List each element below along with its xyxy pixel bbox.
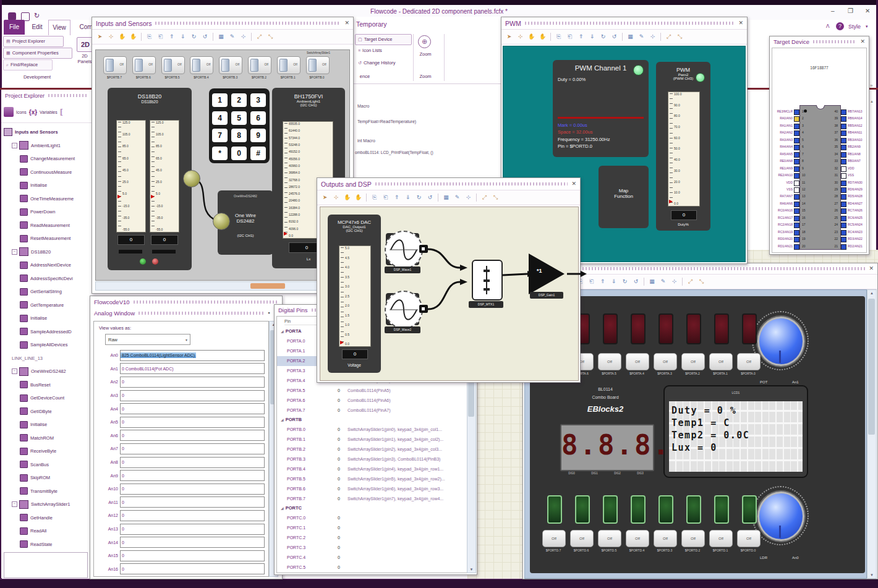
tree-item[interactable]: Initialise xyxy=(1,418,92,432)
porta-button[interactable]: Off xyxy=(598,353,621,370)
copy-icon[interactable]: ⎘ xyxy=(370,193,379,202)
scroll-down-icon[interactable]: ▼ xyxy=(467,568,475,571)
tab-view[interactable]: View xyxy=(48,20,70,35)
snap-icon[interactable]: ⊹ xyxy=(239,32,248,41)
switch-handle[interactable] xyxy=(309,59,317,72)
close-icon[interactable]: ✕ xyxy=(571,181,576,187)
tree-item[interactable]: ResetMeasurement xyxy=(1,232,92,245)
tree-item[interactable]: GetDeviceCount xyxy=(1,391,92,405)
digital-pin-row[interactable]: PORTB.40SwitchArraySlider1(pin4), keypad… xyxy=(277,464,467,474)
tree-item[interactable]: BusReset xyxy=(1,378,92,392)
drag-dots[interactable] xyxy=(155,22,341,25)
analog-value-field[interactable]: 0 xyxy=(120,470,265,481)
tree-item[interactable]: Initialise xyxy=(1,312,92,325)
edit-icon[interactable]: ✎ xyxy=(637,32,646,41)
scroll-up-icon[interactable]: ▲ xyxy=(867,291,876,295)
switch-handle[interactable] xyxy=(279,59,288,72)
snap-icon[interactable]: ⊹ xyxy=(648,32,657,41)
digital-pin-row[interactable]: PORTC.00 xyxy=(277,513,467,523)
rotate-ccw-icon[interactable]: ↺ xyxy=(631,277,641,286)
analog-value-field[interactable]: 0 xyxy=(120,403,265,414)
digital-pin-row[interactable]: PORTA.70ComboBL0114(PinA7) xyxy=(277,405,467,415)
macros-icon[interactable]: ⟦ xyxy=(60,108,63,116)
tree-item[interactable]: –OneWireDS2482 xyxy=(1,365,92,378)
shrink-icon[interactable]: ⤡ xyxy=(266,32,275,41)
digital-pin-row[interactable]: PORTA.50ComboBL0114(PinA5) xyxy=(277,385,467,395)
tree-item[interactable]: AddressNextDevice xyxy=(1,258,92,272)
switch-handle[interactable] xyxy=(106,59,114,72)
pan-icon[interactable]: ✋ xyxy=(527,32,536,41)
tree-item[interactable]: GetHandle xyxy=(1,511,92,525)
tree-item[interactable]: ReadState xyxy=(1,538,92,552)
restore-button[interactable]: ❐ xyxy=(848,7,853,14)
cursor-add-icon[interactable]: ⊹ xyxy=(331,193,341,202)
porta-button[interactable]: Off xyxy=(737,353,761,370)
expander-icon[interactable]: – xyxy=(12,249,17,255)
tree-item[interactable]: ReceiveByte xyxy=(1,445,92,458)
switch-handle[interactable] xyxy=(192,59,200,72)
portd-button[interactable]: Off xyxy=(681,530,705,547)
portd-button[interactable]: Off xyxy=(654,530,677,547)
tree-item[interactable]: SampleAddressedD xyxy=(1,325,92,339)
expander-icon[interactable]: – xyxy=(12,369,17,374)
rotate-cw-icon[interactable]: ↻ xyxy=(620,277,629,286)
tree-item[interactable]: ReadMeasurement xyxy=(1,219,92,232)
drag-dots[interactable] xyxy=(375,182,568,185)
porta-button[interactable]: Off xyxy=(654,353,677,370)
pan-icon[interactable]: ✋ xyxy=(343,193,352,202)
digital-pin-row[interactable]: ◢PORTC xyxy=(277,503,467,513)
switch-handle[interactable] xyxy=(250,59,258,72)
tree-item[interactable]: ScanBus xyxy=(1,458,92,472)
lower-icon[interactable]: ⇓ xyxy=(587,32,597,41)
tree-item[interactable]: AddressSpecificDevi xyxy=(1,272,92,286)
snap-icon[interactable]: ⊹ xyxy=(464,193,473,202)
digital-pin-row[interactable]: PORTB.20SwitchArraySlider1(pin2), keypad… xyxy=(277,445,467,454)
align-icon[interactable]: ▦ xyxy=(626,32,635,41)
digital-pin-row[interactable]: PORTC.50 xyxy=(277,562,467,572)
portd-button[interactable]: Off xyxy=(542,530,566,547)
tree-item[interactable]: OneTimeMeasureme xyxy=(1,192,92,206)
digital-pin-row[interactable]: PORTB.70SwitchArraySlider1(pin7), keypad… xyxy=(277,493,467,503)
pwm-meter-block[interactable]: PWM Pwm2 (PWM CH3) 100.090.080.070.060.0… xyxy=(656,62,710,231)
tree-item[interactable]: GetIDByte xyxy=(1,405,92,419)
analog-value-field[interactable]: 0 xyxy=(120,550,265,561)
collapse-ribbon-icon[interactable]: ᐱ xyxy=(826,23,829,29)
close-icon[interactable]: ✕ xyxy=(344,20,349,26)
analog-value-field[interactable]: 0 xyxy=(120,496,265,508)
copy-icon[interactable]: ⎘ xyxy=(554,32,563,41)
tree-item[interactable]: –AmbientLight1 xyxy=(1,139,92,153)
tree-item[interactable]: ReadAll xyxy=(1,524,92,538)
rotate-cw-icon[interactable]: ↻ xyxy=(414,193,424,202)
tree-item[interactable]: –SwitchArraySlider1 xyxy=(1,498,92,511)
tree-item[interactable]: SkipROM xyxy=(1,471,92,485)
switch-handle[interactable] xyxy=(221,59,229,72)
raise-icon[interactable]: ⇑ xyxy=(167,32,176,41)
dsp-wave1[interactable] xyxy=(385,231,423,269)
expand-icon[interactable]: ⤢ xyxy=(686,277,695,286)
paste-icon[interactable]: ⎗ xyxy=(156,32,165,41)
drag-dots[interactable] xyxy=(48,94,88,97)
tree-item[interactable]: ChangeMeasurement xyxy=(1,152,92,166)
align-icon[interactable]: ▦ xyxy=(647,277,657,286)
style-button[interactable]: Style xyxy=(848,23,861,30)
drag-dots[interactable] xyxy=(139,312,264,315)
rotate-cw-icon[interactable]: ↻ xyxy=(189,32,198,41)
analog-value-field[interactable]: 0 ComboBL0114(Pot ADC) xyxy=(120,363,265,374)
drag-dots[interactable] xyxy=(525,22,735,25)
close-icon[interactable]: ✕ xyxy=(869,266,874,271)
icons-view-label[interactable]: Icons xyxy=(16,110,27,114)
analog-value-field[interactable]: 0 xyxy=(120,484,265,495)
analog-value-field[interactable]: 0 xyxy=(120,510,265,521)
shrink-icon[interactable]: ⤡ xyxy=(675,32,684,41)
expand-icon[interactable]: ⤢ xyxy=(664,32,673,41)
portd-button[interactable]: Off xyxy=(626,530,649,547)
cursor-add-icon[interactable]: ⊹ xyxy=(516,32,525,41)
paste-icon[interactable]: ⎗ xyxy=(381,193,390,202)
port-switch[interactable]: Off xyxy=(248,56,271,74)
ldr-knob[interactable] xyxy=(757,492,804,541)
project-explorer-button[interactable]: ▤Project Explorer xyxy=(3,36,64,47)
pot-knob[interactable] xyxy=(757,317,804,366)
analog-value-field[interactable]: 0 xyxy=(120,457,265,468)
expander-icon[interactable]: – xyxy=(12,501,17,507)
variables-icon[interactable]: {x} xyxy=(29,109,37,116)
